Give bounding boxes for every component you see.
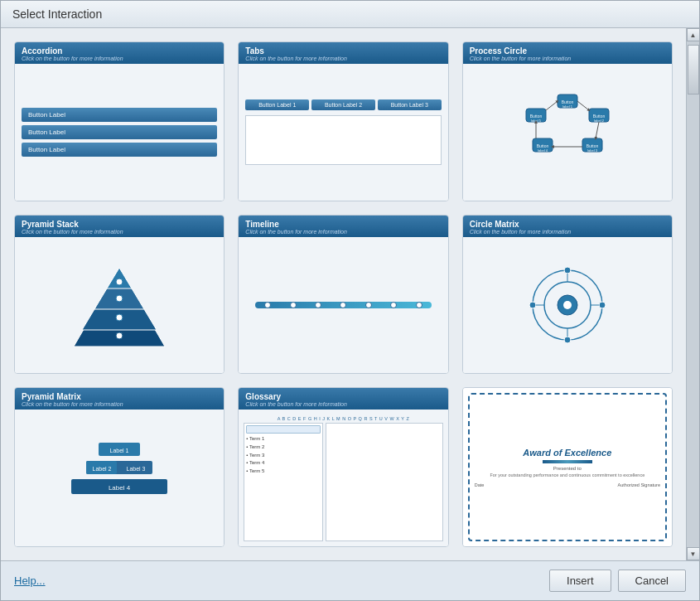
scrollbar[interactable]: ▲ ▼ (686, 28, 699, 560)
glossary-card[interactable]: Glossary Click on the button for more in… (238, 387, 448, 547)
tabs-card[interactable]: Tabs Click on the button for more inform… (238, 41, 448, 201)
accordion-item-3: Button Label (22, 143, 217, 157)
process-circle-subtitle: Click on the button for more information (470, 56, 665, 61)
tab-btn-2: Button Label 2 (311, 99, 375, 110)
timeline-track (245, 302, 441, 308)
tab-btn-1: Button Label 1 (245, 99, 309, 110)
svg-text:label 4: label 4 (538, 148, 548, 153)
tabs-header: Tabs Click on the button for more inform… (239, 42, 447, 64)
glossary-search-panel: • Term 1 • Term 2 • Term 3 • Term 4 • Te… (244, 423, 323, 541)
timeline-dot-4 (340, 302, 346, 308)
svg-line-19 (546, 101, 558, 110)
circle-matrix-body (463, 237, 672, 374)
svg-point-41 (564, 267, 571, 274)
award-card[interactable]: Award of Excellence Presented to For you… (462, 387, 673, 547)
glossary-title: Glossary (245, 392, 441, 401)
tab-btn-3: Button Label 3 (378, 99, 442, 110)
award-container: Award of Excellence Presented to For you… (468, 393, 667, 541)
dialog-title: Select Interaction (1, 1, 699, 28)
interaction-grid: Accordion Click on the button for more i… (1, 28, 686, 560)
accordion-title: Accordion (22, 46, 217, 56)
accordion-item-2: Button Label (22, 125, 217, 139)
pyramid-stack-body (15, 237, 224, 374)
accordion-list: Button Label Button Label Button Label (22, 108, 217, 157)
glossary-inner-body: • Term 1 • Term 2 • Term 3 • Term 4 • Te… (244, 423, 442, 541)
accordion-item-1: Button Label (22, 108, 217, 122)
pyramid-matrix-header: Pyramid Matrix Click on the button for m… (15, 388, 224, 410)
process-circle-body: Button label 1 Button label 2 Button lab… (463, 64, 672, 201)
timeline-line (255, 302, 432, 308)
pyramid-stack-svg (70, 259, 169, 351)
glossary-content-area (326, 423, 442, 541)
svg-text:label 3: label 3 (587, 148, 598, 153)
pyramid-stack-subtitle: Click on the button for more information (22, 229, 217, 235)
award-wave (543, 460, 592, 463)
help-link[interactable]: Help... (14, 574, 46, 587)
timeline-dot-2 (290, 302, 297, 308)
insert-button[interactable]: Insert (549, 569, 611, 592)
pyramid-matrix-title: Pyramid Matrix (22, 392, 217, 401)
accordion-card[interactable]: Accordion Click on the button for more i… (14, 41, 224, 201)
glossary-body: A B C D E F G H I J K L M N O P Q R S T … (239, 410, 447, 546)
svg-point-36 (116, 314, 123, 321)
circle-matrix-subtitle: Click on the button for more information (470, 229, 665, 235)
scroll-up-button[interactable]: ▲ (687, 28, 700, 41)
glossary-alphabet: A B C D E F G H I J K L M N O P Q R S T … (244, 414, 442, 423)
svg-point-34 (116, 279, 123, 285)
svg-text:Label 2: Label 2 (93, 466, 112, 472)
timeline-card[interactable]: Timeline Click on the button for more in… (238, 215, 448, 375)
circle-matrix-card[interactable]: Circle Matrix Click on the button for mo… (462, 215, 673, 375)
accordion-body: Button Label Button Label Button Label (15, 64, 224, 201)
award-body: Award of Excellence Presented to For you… (463, 388, 672, 546)
tabs-subtitle: Click on the button for more information (245, 56, 441, 61)
circle-matrix-title: Circle Matrix (470, 220, 665, 229)
pyramid-matrix-card[interactable]: Pyramid Matrix Click on the button for m… (14, 387, 224, 547)
timeline-dot-5 (365, 302, 372, 308)
dialog-footer: Help... Insert Cancel (1, 560, 699, 600)
timeline-dot-3 (315, 302, 321, 308)
glossary-items-list: • Term 1 • Term 2 • Term 3 • Term 4 • Te… (246, 435, 321, 475)
glossary-header: Glossary Click on the button for more in… (239, 388, 447, 410)
tab-content (245, 115, 441, 165)
process-circle-svg: Button label 1 Button label 2 Button lab… (518, 90, 617, 173)
pyramid-stack-title: Pyramid Stack (22, 220, 217, 229)
glossary-item-5: • Term 5 (246, 468, 321, 476)
glossary-item-3: • Term 3 (246, 452, 321, 460)
glossary-item-1: • Term 1 (246, 435, 321, 443)
svg-point-44 (529, 302, 536, 308)
footer-buttons: Insert Cancel (549, 569, 686, 592)
glossary-search-bar (246, 425, 321, 434)
timeline-subtitle: Click on the button for more information (245, 229, 441, 235)
circle-matrix-svg (522, 264, 613, 347)
glossary-item-2: • Term 2 (246, 443, 321, 452)
award-title: Award of Excellence (523, 448, 611, 458)
glossary-container: A B C D E F G H I J K L M N O P Q R S T … (244, 414, 442, 541)
circle-matrix-header: Circle Matrix Click on the button for mo… (463, 216, 672, 237)
svg-point-35 (116, 295, 123, 302)
select-interaction-dialog: Select Interaction Accordion Click on th… (0, 0, 700, 601)
timeline-dot-7 (416, 302, 422, 308)
accordion-subtitle: Click on the button for more information (22, 56, 217, 61)
award-footer: Date Authorized Signature (475, 482, 660, 487)
svg-text:Label 1: Label 1 (110, 448, 129, 453)
scroll-track[interactable] (687, 41, 699, 547)
process-circle-card[interactable]: Process Circle Click on the button for m… (462, 41, 673, 201)
award-for-text: For your outstanding performance and con… (490, 473, 644, 477)
svg-point-42 (599, 302, 606, 308)
pyramid-matrix-svg: Label 1 Label 2 Label 3 Label 4 (61, 433, 177, 524)
svg-point-33 (116, 332, 123, 339)
accordion-header: Accordion Click on the button for more i… (15, 42, 224, 64)
pyramid-matrix-body: Label 1 Label 2 Label 3 Label 4 (15, 410, 224, 546)
svg-point-40 (563, 301, 572, 309)
svg-point-43 (564, 337, 571, 343)
pyramid-stack-card[interactable]: Pyramid Stack Click on the button for mo… (14, 215, 224, 375)
svg-text:label 1: label 1 (562, 104, 573, 109)
tabs-row: Button Label 1 Button Label 2 Button Lab… (245, 99, 441, 110)
scroll-thumb[interactable] (688, 45, 699, 95)
tabs-container: Button Label 1 Button Label 2 Button Lab… (245, 99, 441, 165)
dialog-body: Accordion Click on the button for more i… (1, 28, 699, 560)
scroll-down-button[interactable]: ▼ (687, 547, 700, 560)
process-circle-title: Process Circle (470, 46, 665, 56)
timeline-body (239, 237, 447, 374)
cancel-button[interactable]: Cancel (618, 569, 686, 592)
